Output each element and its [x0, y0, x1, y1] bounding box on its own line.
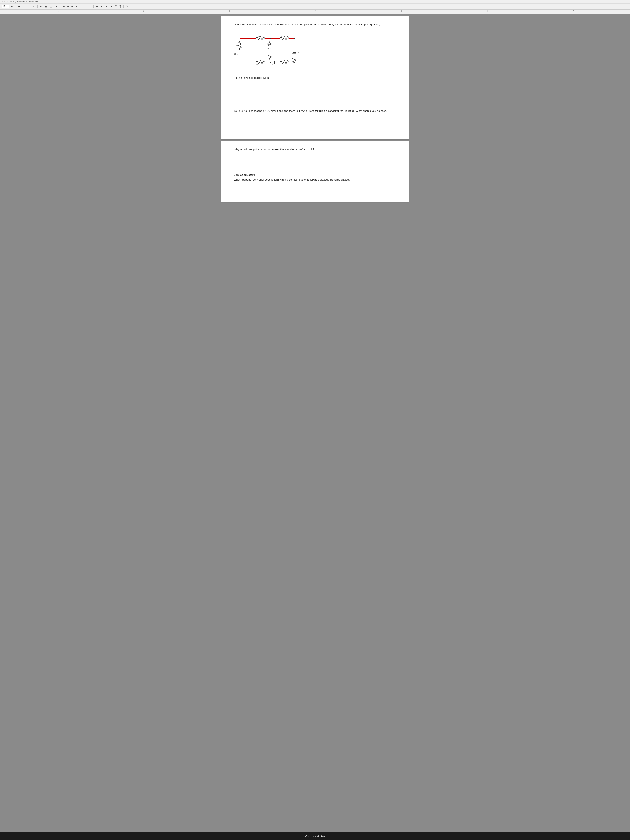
align-right-icon[interactable]: ≡ [71, 5, 74, 8]
svg-text:5  Ω: 5 Ω [271, 55, 275, 57]
circuit-diagram: 20 Ω 8 Ω 10 Ω [234, 30, 305, 72]
font-size-input[interactable] [2, 5, 9, 8]
svg-text:12 V: 12 V [295, 52, 299, 54]
svg-point-47 [294, 62, 295, 63]
underline-button[interactable]: U [27, 5, 30, 8]
last-edit-text: last edit was yesterday at 10:00 PM [2, 0, 38, 3]
q3-text-part2: a capacitor that is 10 uF. What should y… [325, 109, 387, 112]
svg-text:4 Ω: 4 Ω [295, 58, 298, 60]
question-4-text: Why would one put a capacitor across the… [234, 147, 396, 152]
indent-icon[interactable]: ≡ [95, 5, 98, 8]
outdent-icon[interactable]: ≡ [105, 5, 108, 8]
dropdown-arrow[interactable]: ▼ [54, 5, 58, 8]
svg-text:6 Ω: 6 Ω [267, 43, 270, 45]
list-icon[interactable]: ≔ [82, 5, 86, 8]
svg-text:8 Ω: 8 Ω [281, 35, 284, 38]
answer-space-2 [234, 117, 396, 133]
answer-space-1 [234, 92, 396, 109]
close-icon[interactable]: ✕ [125, 5, 129, 8]
table-icon[interactable]: ⊡ [49, 5, 53, 8]
q3-text-part1: You are troubleshooting a 10V circuit an… [234, 109, 315, 112]
list-bullets-icon[interactable]: ≔ [87, 5, 92, 8]
svg-point-45 [270, 38, 271, 39]
paragraph2-icon[interactable]: ¶ [118, 5, 122, 8]
align-left-icon[interactable]: ≡ [62, 5, 65, 8]
svg-text:20 Ω: 20 Ω [257, 35, 261, 38]
svg-text:10 Ω: 10 Ω [235, 44, 239, 46]
paragraph-icon[interactable]: ¶ [115, 5, 117, 8]
answer-space-4 [234, 185, 396, 196]
svg-text:15 Ω: 15 Ω [256, 64, 261, 66]
link-icon[interactable]: ∞ [39, 5, 43, 8]
question-5-text: What happens (very brief description) wh… [234, 178, 396, 182]
image-icon[interactable]: ⊞ [44, 5, 48, 8]
svg-text:18 V: 18 V [234, 53, 238, 55]
svg-text:24 V: 24 V [272, 64, 276, 66]
svg-point-48 [294, 38, 295, 39]
document-content: Derive the Kirchoff's equations for the … [221, 16, 409, 202]
ruler: 1 2 3 4 5 6 7 [0, 9, 630, 14]
semiconductors-header: Semiconductors [234, 173, 396, 177]
toolbar: + B I U A ∞ ⊞ ⊡ ▼ ≡ ≡ ≡ ≡ ≔ ≔ ≡ ▼ ≡ ▼ ¶ … [0, 3, 630, 9]
toolbar-divider-4 [80, 5, 80, 8]
section-circuit: Derive the Kirchoff's equations for the … [221, 16, 409, 139]
last-edit-bar: last edit was yesterday at 10:00 PM [0, 0, 630, 3]
question-1-text: Derive the Kirchoff's equations for the … [234, 22, 396, 27]
plus-icon[interactable]: + [10, 5, 13, 8]
macbook-bar: MacBook Air [0, 832, 630, 840]
section-capacitor-rails: Why would one put a capacitor across the… [221, 141, 409, 202]
svg-point-46 [270, 62, 271, 63]
indent-dropdown[interactable]: ▼ [99, 5, 104, 8]
answer-space-3 [234, 155, 396, 171]
question-2-text: Explain how a capacitor works [234, 76, 396, 80]
macbook-label: MacBook Air [305, 835, 325, 838]
svg-text:Ω: Ω [283, 64, 284, 66]
italic-button[interactable]: I [22, 5, 25, 8]
svg-text:3.0 V: 3.0 V [267, 47, 271, 50]
question-3-text: You are troubleshooting a 10V circuit an… [234, 109, 396, 113]
strikethrough-button[interactable]: A [32, 5, 36, 8]
outdent-dropdown[interactable]: ▼ [109, 5, 113, 8]
align-justify-icon[interactable]: ≡ [75, 5, 78, 8]
bold-button[interactable]: B [17, 5, 21, 8]
align-center-icon[interactable]: ≡ [66, 5, 69, 8]
q3-text-bold: through [315, 109, 325, 112]
